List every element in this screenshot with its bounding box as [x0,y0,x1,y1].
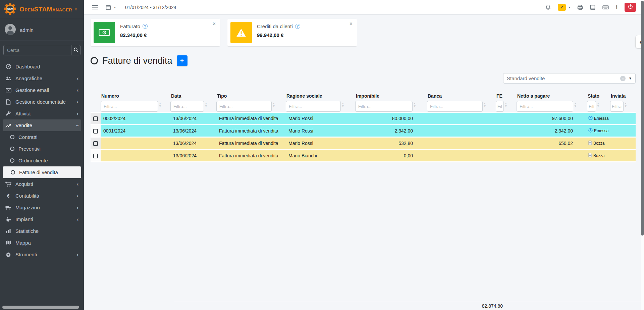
bell-icon[interactable] [545,4,551,10]
invoice-row[interactable]: 13/06/2024 Fattura immediata di vendita … [91,150,636,162]
sidebar-item-contratti[interactable]: Contratti [0,131,84,143]
info-icon[interactable]: i [616,4,618,11]
printer-icon[interactable] [577,5,583,10]
plus-icon: + [180,57,184,64]
tasks-check-button[interactable]: ✓ [558,4,566,11]
draft-file-icon [588,153,592,158]
module-circle-icon [91,57,98,64]
user-panel[interactable]: admin [0,19,84,41]
brand[interactable]: OSM OpenSTAManager® [0,0,84,19]
stat-cards: Fatturato ? 82.342,00 € × Crediti da cli… [91,19,636,46]
cell-tipo: Fattura immediata di vendita [216,137,286,150]
sidebar-item-dashboard[interactable]: Dashboard [0,61,84,72]
sidebar-item-label: Magazzino [15,205,40,210]
book-icon[interactable] [590,5,595,10]
sort-control[interactable]: ▴▾ [597,101,599,107]
invoice-row[interactable]: 13/06/2024 Fattura immediata di vendita … [91,137,636,150]
search-input[interactable] [4,45,71,55]
scrollbar-thumb[interactable] [641,1,644,236]
chevron-down-icon: ‹ [74,124,79,126]
row-checkbox[interactable] [93,116,98,121]
sidebar-item-impianti[interactable]: Impianti ‹ [0,213,84,225]
close-icon[interactable]: × [350,21,353,27]
filter-input-banca[interactable] [427,101,483,112]
row-checkbox[interactable] [93,141,98,146]
sidebar-item-gestione-documentale[interactable]: Gestione documentale ‹ [0,96,84,108]
segment-select[interactable]: Standard vendite × ▼ [503,73,636,84]
sort-control[interactable]: ▴▾ [414,101,416,107]
column-header-inviata[interactable]: Inviata [610,93,636,101]
calendar-icon[interactable] [106,5,111,10]
help-icon[interactable]: ? [295,24,300,29]
filter-input-tipo[interactable] [216,101,272,112]
invoice-row[interactable]: 0002/2024 13/06/2024 Fattura immediata d… [91,112,636,125]
sort-control[interactable]: ▴▾ [342,101,344,107]
sort-control[interactable]: ▴▾ [205,101,207,107]
chart-line-icon [5,123,12,128]
filter-input-imponibile[interactable] [355,101,413,112]
sidebar-item-preventivi[interactable]: Preventivi [0,143,84,155]
filter-input-numero[interactable] [101,101,158,112]
sort-control[interactable]: ▴▾ [505,101,507,107]
select-caret-icon: ▼ [629,76,632,80]
clear-selection-icon[interactable]: × [620,76,626,81]
chevron-left-icon: ‹ [77,205,78,210]
sidebar-horizontal-scrollbar[interactable] [2,306,79,309]
filter-input-fe[interactable] [496,101,504,112]
keyboard-icon[interactable] [602,5,609,10]
column-header-numero[interactable]: Numero [101,93,170,101]
invoice-row[interactable]: 0001/2024 13/06/2024 Fattura immediata d… [91,125,636,137]
topbar: ▾ 01/01/2024 - 31/12/2024 ✓ ▾ i [84,0,641,15]
row-checkbox[interactable] [93,129,98,134]
sidebar-item-fatture-di-vendita[interactable]: Fatture di vendita [3,166,81,178]
cell-inviata [610,137,636,150]
sidebar-item-strumenti[interactable]: Strumenti ‹ [0,249,84,260]
sidebar-item-attivita[interactable]: Attività ‹ [0,108,84,119]
filter-input-inviata[interactable] [610,101,624,112]
sort-control[interactable]: ▴▾ [575,101,576,107]
filter-input-netto-a-pagare[interactable] [517,101,573,112]
check-icon: ✓ [560,5,564,10]
row-checkbox[interactable] [93,154,98,158]
avatar [5,24,16,36]
column-header-netto-a-pagare[interactable]: Netto a pagare [517,93,587,101]
sidebar-item-contabilita[interactable]: € Contabilità ‹ [0,190,84,202]
filter-input-data[interactable] [170,101,204,112]
sidebar-item-statistiche[interactable]: Statistiche [0,225,84,237]
sidebar-item-label: Impianti [15,216,33,222]
sort-control[interactable]: ▴▾ [625,101,627,107]
sidebar-search [3,45,80,55]
sidebar-item-magazzino[interactable]: Magazzino ‹ [0,202,84,213]
sidebar-nav: Dashboard Anagrafiche ‹ Gestione email ‹… [0,59,84,260]
sort-control[interactable]: ▴▾ [273,101,275,107]
help-icon[interactable]: ? [143,24,148,29]
sidebar-item-vendite[interactable]: Vendite ‹ [3,119,81,131]
sidebar-item-anagrafiche[interactable]: Anagrafiche ‹ [0,72,84,84]
column-header-banca[interactable]: Banca [427,93,496,101]
sort-control[interactable]: ▴▾ [159,101,161,107]
column-header-fe[interactable]: FE [496,93,517,101]
sidebar-item-mappa[interactable]: Mappa [0,237,84,249]
cell-numero: 0001/2024 [101,125,170,137]
column-header-stato[interactable]: Stato [587,93,610,101]
close-icon[interactable]: × [213,21,216,27]
search-button[interactable] [71,45,80,55]
column-header-ragione-sociale[interactable]: Ragione sociale [286,93,355,101]
hamburger-menu-icon[interactable] [92,5,98,10]
caret-down-icon[interactable]: ▾ [114,5,116,9]
sidebar-item-acquisti[interactable]: Acquisti ‹ [0,178,84,190]
logout-power-button[interactable] [625,3,636,12]
column-header-imponibile[interactable]: Imponibile [355,93,427,101]
add-invoice-button[interactable]: + [177,55,187,66]
date-range[interactable]: 01/01/2024 - 31/12/2024 [125,5,176,10]
sort-control[interactable]: ▴▾ [484,101,486,107]
circle-icon [10,135,14,139]
euro-icon: € [5,193,12,199]
filter-input-ragione-sociale[interactable] [286,101,341,112]
column-header-tipo[interactable]: Tipo [216,93,286,101]
sidebar-item-gestione-email[interactable]: Gestione email ‹ [0,84,84,96]
caret-down-icon[interactable]: ▾ [569,5,570,9]
sidebar-item-ordini-cliente[interactable]: Ordini cliente [0,155,84,166]
filter-input-stato[interactable] [587,101,596,112]
column-header-data[interactable]: Data [170,93,216,101]
